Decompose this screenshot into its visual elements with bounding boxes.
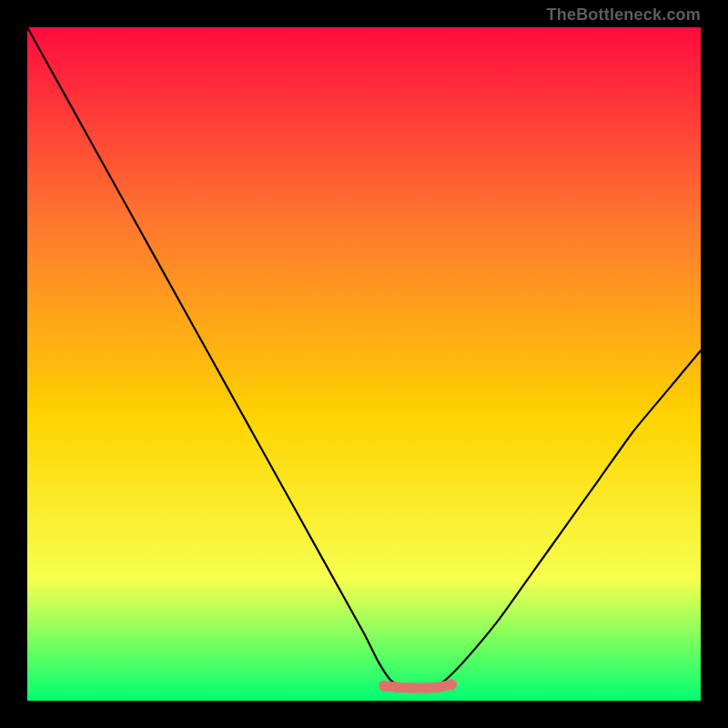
flat-region-dot	[406, 682, 417, 693]
plot-area	[27, 27, 701, 701]
flat-region-dot	[420, 682, 430, 693]
flat-region-dot	[446, 679, 457, 690]
flat-region-dot	[379, 681, 389, 692]
flat-region-dot	[432, 682, 443, 693]
flat-region-dot	[392, 682, 403, 693]
watermark-text: TheBottleneck.com	[547, 5, 701, 25]
gradient-background	[27, 27, 701, 701]
chart-frame: TheBottleneck.com	[0, 0, 728, 728]
chart-svg	[27, 27, 701, 701]
